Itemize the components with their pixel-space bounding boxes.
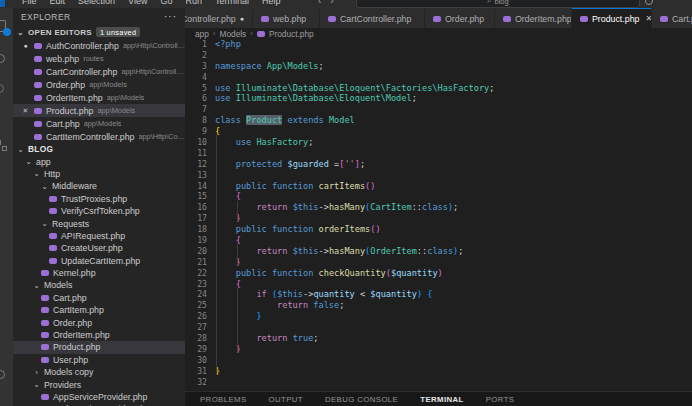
php-file-icon (41, 270, 49, 276)
extensions-icon[interactable] (0, 140, 1, 145)
breadcrumb-item[interactable]: app (195, 29, 209, 39)
code-token: namespace (215, 61, 262, 71)
tree-item[interactable]: UpdateCartItem.php (13, 255, 185, 267)
account-icon[interactable] (0, 370, 5, 379)
php-file-icon (41, 332, 49, 338)
code-token (215, 268, 236, 278)
code-token: :: (417, 246, 427, 256)
tree-item[interactable]: Cart.php (13, 292, 185, 304)
tree-item[interactable]: ⌄Models (13, 279, 185, 291)
breadcrumb-item[interactable]: Models (220, 29, 247, 39)
open-editor-item[interactable]: web.phproutes (13, 52, 185, 65)
tree-item[interactable]: User.php (13, 354, 185, 366)
tree-item[interactable]: ⌄Middleware (13, 180, 185, 192)
account-icon[interactable] (645, 0, 653, 5)
open-editor-item[interactable]: CartItemController.phpapp\Http\Control..… (13, 130, 185, 143)
editor-tab[interactable]: Product.php✕ (572, 8, 652, 28)
tree-item[interactable]: TrustProxies.php (13, 193, 185, 205)
code-token: = (329, 159, 339, 169)
editor-tab[interactable]: CartController.php (320, 8, 425, 28)
tree-item[interactable]: Kernel.php (13, 267, 185, 279)
line-text: return true; (215, 333, 319, 344)
code-token: $quantity (370, 289, 417, 299)
code-token: '' (344, 159, 354, 169)
editor-tab[interactable]: Cart.php (652, 8, 692, 28)
open-editor-item[interactable]: Cart.phpapp\Models (13, 117, 185, 130)
tree-item[interactable]: ⌄BLOG (13, 143, 185, 155)
menu-item-edit[interactable]: Edit (50, 0, 66, 8)
panel-tab-terminal[interactable]: TERMINAL (420, 395, 463, 404)
file-path: app\Http\Controllers (123, 41, 185, 50)
search-icon[interactable] (0, 54, 5, 63)
panel-tab-ports[interactable]: PORTS (486, 395, 515, 404)
php-file-icon (34, 108, 42, 114)
code-token: $this (277, 289, 303, 299)
tree-item[interactable]: ⌄app (13, 155, 185, 167)
menu-item-selection[interactable]: Selection (78, 0, 115, 8)
code-token: Illuminate\Database\Eloquent\Model (236, 93, 412, 103)
line-number: 27 (185, 322, 207, 333)
tree-item[interactable]: OrderItem.php (13, 329, 185, 341)
menu-item-go[interactable]: Go (160, 0, 172, 8)
source-control-icon[interactable] (0, 84, 4, 93)
panel-tab-debug-console[interactable]: DEBUG CONSOLE (325, 395, 398, 404)
line-number: 18 (185, 224, 207, 235)
command-center[interactable]: ⌕ blog (356, 0, 640, 8)
chevron-down-icon: ⌄ (41, 182, 48, 191)
code-token: class (422, 202, 448, 212)
open-editor-item[interactable]: ✕Product.phpapp\Models (13, 104, 185, 117)
editor-tab[interactable]: OrderItem.php (495, 8, 572, 28)
menu-item-run[interactable]: Run (185, 0, 202, 8)
tree-item[interactable]: ⌄Http (13, 168, 185, 180)
tree-item[interactable]: APIRequest.php (13, 230, 185, 242)
breadcrumb-item[interactable]: Product.php (269, 29, 314, 39)
panel-tab-problems[interactable]: PROBLEMS (200, 395, 247, 404)
tree-item[interactable]: ⌄Requests (13, 217, 185, 229)
open-editor-item[interactable]: CartController.phpapp\Http\Controllers (13, 65, 185, 78)
panel-tab-output[interactable]: OUTPUT (269, 395, 303, 404)
code-line: 19 { (185, 235, 692, 246)
tree-item[interactable]: Product.php (13, 341, 185, 353)
menu-item-terminal[interactable]: Terminal (215, 0, 249, 8)
php-file-icon (41, 357, 49, 363)
menu-item-view[interactable]: View (128, 0, 147, 8)
tree-item[interactable]: CreateUser.php (13, 242, 185, 254)
code-token: class (427, 246, 453, 256)
code-editor[interactable]: 1<?php23namespace App\Models;45use Illum… (185, 39, 692, 391)
open-editor-item[interactable]: ●AuthController.phpapp\Http\Controllers (13, 39, 185, 52)
tree-item-label: Providers (44, 380, 81, 390)
code-line: 6use Illuminate\Database\Eloquent\Model; (185, 93, 692, 104)
nav-forward-icon[interactable]: › (330, 0, 333, 8)
chevron-down-icon: ⌄ (33, 380, 40, 389)
nav-back-icon[interactable]: ‹ (318, 0, 321, 8)
menu-item-file[interactable]: File (22, 0, 37, 8)
open-editor-item[interactable]: Order.phpapp\Models (13, 78, 185, 91)
tree-item[interactable]: VerifyCsrfToken.php (13, 205, 185, 217)
menu-item-help[interactable]: Help (262, 0, 281, 8)
code-token: function (272, 224, 313, 234)
open-editor-item[interactable]: OrderItem.phpapp\Models (13, 91, 185, 104)
line-number: 11 (185, 148, 207, 159)
editor-tab[interactable]: thController.php● (185, 8, 253, 28)
editor-tab[interactable]: Order.php (425, 8, 495, 28)
tree-item[interactable]: Order.php (13, 316, 185, 328)
code-token (215, 181, 236, 191)
code-token: ) (438, 268, 443, 278)
tree-item[interactable]: AppServiceProvider.php (13, 391, 185, 403)
editor-tab[interactable]: web.php (253, 8, 320, 28)
code-token: protected (236, 159, 283, 169)
code-token (215, 333, 256, 343)
code-token: checkQuantity (319, 268, 386, 278)
extensions-icon (2, 146, 7, 151)
code-token: $guarded (287, 159, 328, 169)
tree-item[interactable]: ›Models copy (13, 366, 185, 378)
indent-guide (216, 135, 217, 375)
php-file-icon (261, 16, 269, 22)
line-number: 24 (185, 289, 207, 300)
close-icon[interactable]: ✕ (21, 107, 30, 115)
code-line: 12 protected $guarded =['']; (185, 159, 692, 170)
tree-item[interactable]: CartItem.php (13, 304, 185, 316)
open-editors-header[interactable]: ⌄ OPEN EDITORS 1 unsaved (13, 25, 185, 39)
tree-item[interactable]: ⌄Providers (13, 378, 185, 390)
more-actions-icon[interactable]: ··· (164, 11, 177, 22)
